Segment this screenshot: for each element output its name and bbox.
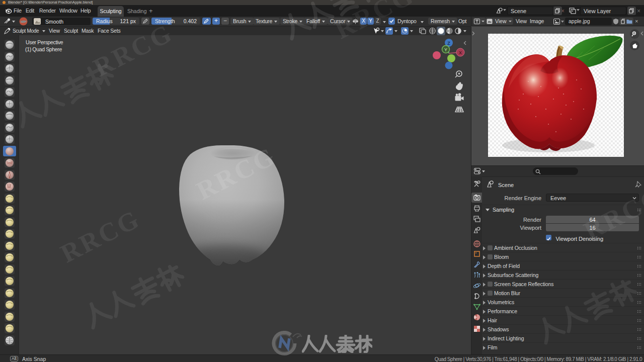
svg-text:Z: Z <box>447 41 450 46</box>
svg-text:X: X <box>459 50 462 55</box>
svg-text:Y: Y <box>444 47 447 52</box>
